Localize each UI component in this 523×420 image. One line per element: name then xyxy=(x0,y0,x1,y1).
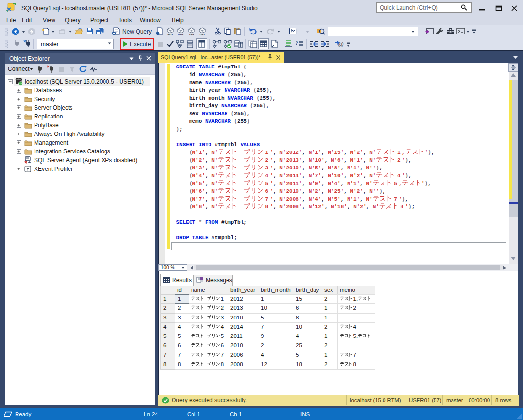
svg-text:MDX: MDX xyxy=(167,33,173,36)
svg-text:DMX: DMX xyxy=(178,33,184,36)
svg-text:@: @ xyxy=(338,41,344,48)
svg-text:DAX: DAX xyxy=(200,33,205,36)
svg-text:?: ? xyxy=(296,40,298,46)
svg-text:XMA: XMA xyxy=(189,33,194,36)
